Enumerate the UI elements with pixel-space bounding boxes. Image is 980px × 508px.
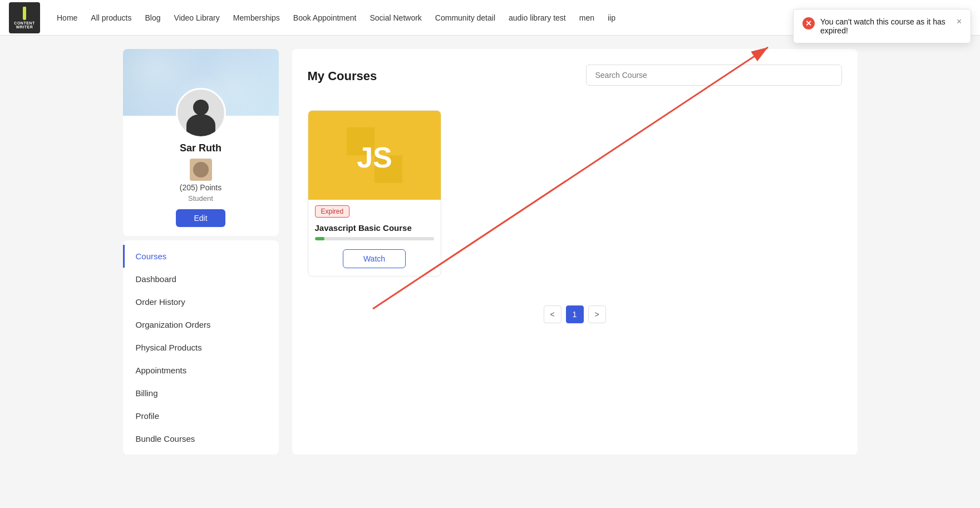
course-card: JS Expired Javascript Basic Course Watch	[308, 110, 441, 277]
pagination-next-button[interactable]: >	[588, 305, 606, 323]
expired-badge: Expired	[315, 205, 350, 218]
search-input[interactable]	[586, 65, 842, 86]
logo-label: CONTENT WRITER	[9, 21, 40, 29]
sidebar-item-physical-products[interactable]: Physical Products	[123, 336, 279, 359]
progress-bar-fill	[315, 237, 324, 240]
course-thumbnail: JS	[308, 111, 441, 200]
progress-bar-bg	[315, 237, 434, 240]
sidebar-item-billing[interactable]: Billing	[123, 382, 279, 405]
logo[interactable]: CONTENT WRITER	[9, 2, 40, 33]
toast-close-button[interactable]: ×	[957, 17, 962, 26]
toast-notification: ✕ You can't watch this course as it has …	[793, 9, 971, 43]
course-thumbnail-image: JS	[347, 127, 402, 183]
courses-header: My Courses	[308, 65, 842, 99]
profile-small-avatar	[190, 159, 212, 181]
avatar	[176, 88, 226, 138]
nav-item-home[interactable]: Home	[51, 10, 83, 26]
watch-btn-wrap: Watch	[308, 245, 441, 276]
pagination: < 1 >	[308, 294, 842, 323]
logo-pen	[23, 7, 26, 20]
profile-role: Student	[132, 194, 270, 203]
sidebar-item-organization-orders[interactable]: Organization Orders	[123, 313, 279, 336]
sidebar-item-order-history[interactable]: Order History	[123, 290, 279, 313]
avatar-body	[186, 114, 215, 136]
pagination-prev-button[interactable]: <	[544, 305, 562, 323]
profile-points: (205) Points	[132, 183, 270, 192]
sidebar-item-profile[interactable]: Profile	[123, 405, 279, 427]
sidebar-item-appointments[interactable]: Appointments	[123, 359, 279, 382]
avatar-wrap	[123, 88, 279, 138]
pagination-page-1-button[interactable]: 1	[566, 305, 584, 323]
svg-text:JS: JS	[357, 141, 392, 174]
nav-item-audio-library[interactable]: audio library test	[503, 10, 572, 26]
nav-item-social-network[interactable]: Social Network	[364, 10, 427, 26]
watch-button[interactable]: Watch	[343, 249, 406, 268]
nav-item-memberships[interactable]: Memberships	[228, 10, 285, 26]
course-badge-wrap: Expired	[308, 200, 441, 220]
sidebar: Sar Ruth (205) Points Student Edit Cours…	[123, 49, 279, 455]
sidebar-item-courses[interactable]: Courses	[123, 245, 279, 268]
nav-item-video-library[interactable]: Video Library	[169, 10, 225, 26]
edit-profile-button[interactable]: Edit	[176, 209, 225, 227]
main-content: My Courses JS Expired Jav	[292, 49, 858, 455]
toast-error-icon: ✕	[802, 17, 815, 29]
main-layout: Sar Ruth (205) Points Student Edit Cours…	[101, 36, 880, 468]
page-title: My Courses	[308, 69, 377, 83]
profile-name: Sar Ruth	[132, 142, 270, 154]
sidebar-nav: Courses Dashboard Order History Organiza…	[123, 240, 279, 455]
avatar-head	[193, 100, 209, 115]
profile-card: Sar Ruth (205) Points Student Edit	[123, 49, 279, 236]
course-title: Javascript Basic Course	[308, 220, 441, 237]
sidebar-item-dashboard[interactable]: Dashboard	[123, 268, 279, 290]
courses-grid: JS Expired Javascript Basic Course Watch	[308, 110, 842, 277]
sidebar-item-bundle-courses[interactable]: Bundle Courses	[123, 427, 279, 450]
nav-item-all-products[interactable]: All products	[85, 10, 137, 26]
nav-item-blog[interactable]: Blog	[140, 10, 166, 26]
progress-bar-wrap	[308, 237, 441, 245]
nav-item-book-appointment[interactable]: Book Appointment	[288, 10, 362, 26]
nav-menu: Home All products Blog Video Library Mem…	[51, 10, 853, 26]
toast-message: You can't watch this course as it has ex…	[820, 17, 951, 35]
nav-item-men[interactable]: men	[574, 10, 600, 26]
nav-item-community-detail[interactable]: Community detail	[430, 10, 501, 26]
profile-info: Sar Ruth (205) Points Student Edit	[123, 142, 279, 236]
small-avatar-person	[193, 162, 209, 177]
nav-item-iip[interactable]: iip	[602, 10, 621, 26]
